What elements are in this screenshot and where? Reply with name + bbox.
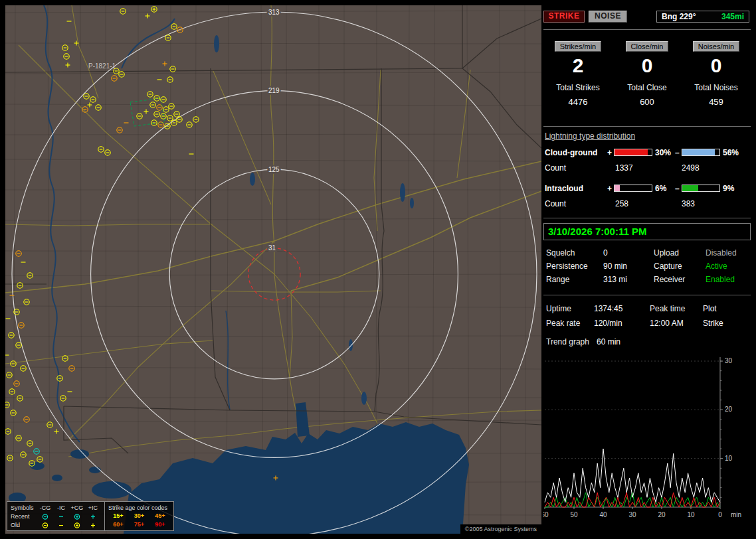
minus-sign: – (675, 148, 680, 157)
uptime-label: Uptime (546, 304, 594, 313)
cloud-ground-label: Cloud-ground (545, 148, 597, 157)
svg-text:0: 0 (718, 511, 722, 518)
strike-button[interactable]: STRIKE (543, 11, 585, 23)
distribution-title: Lightning type distribution (545, 131, 635, 141)
total-noises-value: 459 (682, 97, 751, 107)
strikes-rate-column: Strikes/min 2 Total Strikes 4476 (543, 41, 613, 107)
plus-sign: + (607, 184, 612, 193)
ic-negative-count: 383 (682, 199, 695, 208)
persistence-value: 90 min (603, 262, 654, 271)
trend-graph-period: 60 min (597, 337, 652, 346)
plus-sign: + (607, 148, 612, 157)
age-code-75+: 75+ (131, 520, 148, 529)
age-code-90+: 90+ (151, 520, 169, 529)
cg-count-row: Count 1337 2498 (545, 163, 749, 174)
col-header-neg-ic: -IC (53, 504, 69, 512)
age-codes-row-1: 15+30+45+ (108, 512, 170, 520)
age-codes-legend: Strike age color codes 15+30+45+ 60+75+9… (105, 501, 174, 531)
old-pos-cg-icon (72, 522, 82, 529)
trend-graph: 1020306050403020100min (543, 349, 751, 528)
col-header-pos-ic: +IC (85, 504, 101, 512)
close-per-min-value: 0 (613, 54, 682, 77)
recent-neg-ic-icon (56, 513, 66, 520)
capture-value: Active (706, 262, 749, 271)
trend-header-row: Trend graph 60 min (546, 337, 749, 346)
minus-sign: – (675, 184, 680, 193)
svg-text:20: 20 (725, 406, 733, 413)
map-legend: Symbols -CG -IC +CG +IC Recent Old (7, 501, 174, 531)
cg-count-label: Count (545, 163, 566, 173)
svg-text:125: 125 (268, 166, 280, 173)
symbols-legend: Symbols -CG -IC +CG +IC Recent Old (7, 501, 105, 531)
bearing-distance: 345mi (721, 12, 744, 21)
recent-neg-cg-icon (40, 513, 50, 520)
noise-button[interactable]: NOISE (589, 11, 627, 23)
svg-text:219: 219 (268, 87, 280, 94)
trend-graph-label: Trend graph (546, 337, 597, 346)
noises-per-min-value: 0 (682, 54, 751, 77)
map-canvas: P-1821-1 31321912531 (5, 5, 541, 534)
svg-text:50: 50 (570, 511, 578, 518)
range-label: Range (546, 275, 603, 284)
capture-label: Capture (654, 262, 706, 271)
status-row: Squelch 0 Upload Disabled (546, 248, 749, 258)
svg-text:31: 31 (268, 244, 276, 252)
old-pos-ic-icon (88, 522, 98, 529)
total-close-value: 600 (613, 97, 682, 107)
strikes-per-min-label: Strikes/min (555, 41, 601, 52)
separator (543, 295, 751, 295)
range-value: 313 mi (603, 275, 654, 284)
receiver-label: Receiver (654, 275, 706, 284)
cg-negative-count: 2498 (682, 163, 700, 173)
age-code-30+: 30+ (131, 512, 148, 520)
svg-text:40: 40 (599, 511, 607, 518)
age-code-15+: 15+ (110, 512, 127, 520)
cg-positive-bar (614, 149, 652, 156)
old-neg-ic-icon (56, 522, 66, 529)
plot-value: Strike (703, 319, 749, 328)
total-strikes-label: Total Strikes (543, 83, 613, 92)
cloud-ground-row: Cloud-ground + 30% – 56% (545, 147, 749, 158)
total-noises-label: Total Noises (682, 83, 751, 92)
ic-positive-bar (614, 185, 652, 192)
uptime-value: 1374:45 (594, 304, 650, 313)
svg-text:30: 30 (628, 511, 636, 518)
age-codes-row-2: 60+75+90+ (108, 520, 170, 529)
svg-text:min: min (731, 511, 741, 518)
age-code-60+: 60+ (110, 520, 127, 529)
status-panel: STRIKE NOISE Bng 229° 345mi Strikes/min … (543, 5, 751, 534)
recent-pos-cg-icon (72, 513, 82, 520)
plot-label: Plot (703, 304, 749, 313)
separator (543, 218, 751, 218)
upload-label: Upload (654, 248, 706, 258)
close-rate-column: Close/min 0 Total Close 600 (613, 41, 682, 107)
stats-row: Uptime 1374:45 Peak time Plot (546, 304, 749, 313)
upload-value: Disabled (706, 248, 749, 258)
recent-row-label: Recent (11, 512, 37, 520)
svg-text:30: 30 (725, 357, 733, 364)
ic-positive-pct: 6% (655, 184, 666, 193)
close-per-min-label: Close/min (626, 41, 669, 52)
ic-count-label: Count (545, 199, 566, 208)
symbols-title: Symbols (11, 504, 37, 512)
svg-text:313: 313 (268, 9, 280, 16)
cg-positive-pct: 30% (655, 148, 671, 157)
persistence-label: Persistence (546, 262, 603, 271)
separator (543, 29, 751, 30)
svg-text:10: 10 (725, 455, 733, 462)
total-strikes-value: 4476 (543, 97, 613, 107)
ic-count-row: Count 258 383 (545, 199, 749, 210)
lightning-map[interactable]: P-1821-1 31321912531 Symbols -CG -IC +CG… (5, 5, 541, 534)
strikes-per-min-value: 2 (543, 54, 613, 77)
separator (543, 126, 751, 127)
receiver-value: Enabled (706, 275, 749, 284)
total-close-label: Total Close (613, 83, 682, 92)
svg-text:20: 20 (658, 511, 666, 518)
age-code-45+: 45+ (151, 512, 169, 520)
peak-time-label: Peak time (650, 304, 703, 313)
peak-rate-value: 120/min (594, 319, 650, 328)
col-header-pos-cg: +CG (69, 504, 85, 512)
status-row: Persistence 90 min Capture Active (546, 262, 749, 271)
old-row-label: Old (11, 521, 37, 529)
noises-rate-column: Noises/min 0 Total Noises 459 (682, 41, 751, 107)
